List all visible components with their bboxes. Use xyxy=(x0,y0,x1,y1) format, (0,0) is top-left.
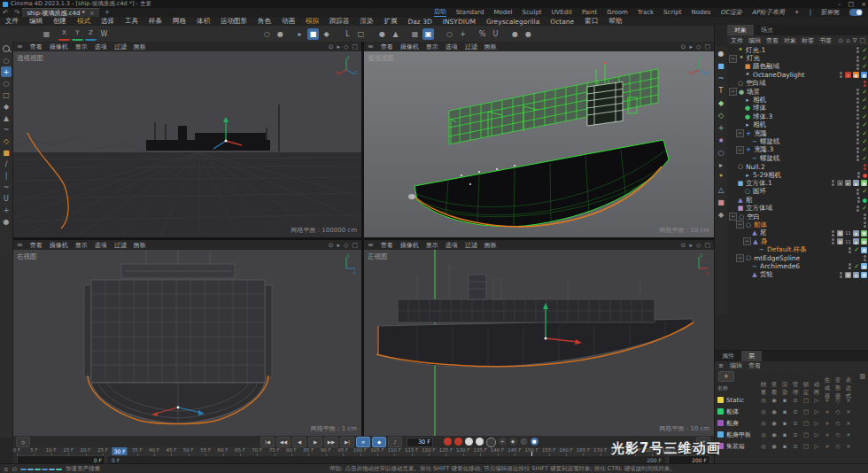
object-tag-icon[interactable]: ▦ xyxy=(837,238,843,244)
render-picture-viewer-button[interactable]: ■ xyxy=(307,28,319,40)
visibility-dots[interactable] xyxy=(840,72,842,78)
delete-layer-icon[interactable]: ▥ xyxy=(859,373,865,380)
null-object-icon[interactable]: ● xyxy=(716,48,726,58)
visibility-dots[interactable] xyxy=(856,64,859,70)
layer-row[interactable]: Static◎◉▪≡□▷+◇× xyxy=(715,394,868,406)
visibility-dots[interactable] xyxy=(856,147,859,153)
tree-row[interactable]: ▸5-29相机● xyxy=(727,171,868,179)
layer-toggle-渲染[interactable]: ▪ xyxy=(779,420,790,427)
tree-row[interactable]: −*灯光✓ xyxy=(727,54,868,62)
current-frame-field[interactable]: 30 F xyxy=(407,438,433,447)
menu-角色[interactable]: 角色 xyxy=(252,17,276,26)
layer-color-swatch[interactable] xyxy=(717,408,724,415)
visibility-dots[interactable] xyxy=(856,122,859,128)
vp-menu-查看[interactable]: 查看 xyxy=(30,241,43,250)
layer-toggle-查看[interactable]: ◉ xyxy=(769,420,779,427)
menu-文件[interactable]: 文件 xyxy=(0,17,24,26)
uv-peeler-tool[interactable]: ■ xyxy=(1,147,12,158)
layout-Script[interactable]: Script xyxy=(663,9,681,16)
goto-start-button[interactable]: |◀ xyxy=(260,437,275,447)
tree-row[interactable]: ▸相机✓ xyxy=(727,121,868,129)
layer-toggle-生成器[interactable]: + xyxy=(822,431,833,438)
magnet-tool[interactable]: U xyxy=(1,193,12,204)
render-check-icon[interactable]: ✓ xyxy=(862,188,867,195)
layer-toggle-变形器[interactable]: ◇ xyxy=(833,397,843,404)
layer-toggle-渲染[interactable]: ▪ xyxy=(779,408,790,415)
document-tab[interactable]: ship-玻璃质感.c4d * × xyxy=(22,8,99,18)
vp-menu-面板[interactable]: 面板 xyxy=(134,43,146,51)
move-tool[interactable]: + xyxy=(1,66,12,77)
vp-menu-面板[interactable]: 面板 xyxy=(134,241,146,250)
visibility-dots[interactable] xyxy=(856,113,859,120)
pin-icon[interactable]: ⊙ xyxy=(329,43,334,50)
material-icon[interactable]: ■ xyxy=(716,197,726,207)
render-check-icon[interactable]: ✓ xyxy=(862,47,867,54)
layer-toggle-查看[interactable]: ◉ xyxy=(769,408,779,415)
render-view-button[interactable]: ▸ xyxy=(294,28,306,40)
tree-row[interactable]: ■立方体.1×▸▲■ xyxy=(727,179,868,187)
layer-toggle-独显[interactable]: ◎ xyxy=(758,397,769,404)
visibility-dots[interactable] xyxy=(857,172,860,178)
visibility-dots[interactable] xyxy=(856,130,859,136)
paint-tool[interactable]: ● xyxy=(1,216,12,227)
layer-toggle-生成器[interactable]: + xyxy=(822,397,833,404)
om-menu-查看[interactable]: 查看 xyxy=(766,36,779,45)
layer-toggle-锁定[interactable]: □ xyxy=(801,408,811,415)
expand-icon[interactable]: − xyxy=(729,55,737,63)
om-tab-场次[interactable]: 场次 xyxy=(754,25,780,35)
layout-Groom[interactable]: Groom xyxy=(607,9,628,16)
layout-Standard[interactable]: Standard xyxy=(456,9,484,16)
text-object-icon[interactable]: T xyxy=(716,85,726,96)
camera-lock-icon[interactable]: ● xyxy=(376,28,388,40)
home-icon[interactable]: ⌂ xyxy=(846,37,849,44)
vp-menu-查看[interactable]: 查看 xyxy=(30,43,43,51)
layer-toggle-独显[interactable]: ◎ xyxy=(758,420,769,427)
add-layout-button[interactable]: + xyxy=(794,9,800,16)
viewport-menu-icon[interactable]: ≡ xyxy=(17,43,23,50)
tweak-tool[interactable]: ▲ xyxy=(1,112,12,123)
maximize-icon[interactable]: □ xyxy=(352,43,358,50)
poly-pen-tool[interactable]: ◇ xyxy=(1,136,12,146)
viewport-perspective-ship[interactable]: y x z ≡查看摄像机显示选项过滤面板⊙▸◇□透视视图网格平面 : 10 cm xyxy=(364,42,714,237)
render-check-icon[interactable]: ✓ xyxy=(862,130,867,137)
visibility-dots[interactable] xyxy=(849,263,851,269)
visibility-dots[interactable] xyxy=(849,247,851,253)
menu-网格[interactable]: 网格 xyxy=(167,17,191,26)
viewport-menu-icon[interactable]: ≡ xyxy=(368,241,374,249)
axis-z-lock[interactable]: Z xyxy=(85,27,97,41)
rotate-tool[interactable]: ○ xyxy=(1,78,12,89)
target-icon[interactable]: + xyxy=(457,28,469,40)
object-tag-icon[interactable]: ■ xyxy=(861,180,867,186)
visibility-dots[interactable] xyxy=(856,97,859,104)
expand-icon[interactable]: − xyxy=(729,213,737,221)
tree-row[interactable]: ~螺旋线✓ xyxy=(727,154,868,162)
visibility-dots[interactable] xyxy=(856,205,859,212)
tree-row[interactable]: *灯光.1✓ xyxy=(727,46,868,54)
render-settings-button[interactable]: ◆ xyxy=(321,28,332,40)
layer-toggle-动画[interactable]: ▷ xyxy=(811,431,822,438)
tree-row[interactable]: −○船体 xyxy=(727,221,868,229)
layer-toggle-动画[interactable]: ▷ xyxy=(811,420,822,427)
visibility-dots[interactable] xyxy=(832,238,834,244)
coord-system-toggle[interactable]: W xyxy=(98,28,110,40)
status-none-icon[interactable]: ∅ xyxy=(12,466,17,473)
tree-row[interactable]: ○圆环✓ xyxy=(727,188,868,196)
camera-swap-icon[interactable]: ▸ xyxy=(337,242,340,249)
axis-x-lock[interactable]: X xyxy=(58,27,70,41)
timeline-ruler[interactable]: 0 F5 F10 F15 F20 F25 F30 F35 F40 F45 F50… xyxy=(17,447,703,456)
vp-menu-面板[interactable]: 面板 xyxy=(484,241,497,250)
layer-toggle-表达式[interactable]: × xyxy=(843,408,854,415)
layer-toggle-管理[interactable]: ≡ xyxy=(790,408,801,415)
maximize-icon[interactable]: □ xyxy=(352,242,358,249)
menu-模拟[interactable]: 模拟 xyxy=(300,17,324,26)
tree-row[interactable]: −○mtEdgeSpline xyxy=(727,254,868,262)
prev-frame-button[interactable]: ◀ xyxy=(292,437,306,447)
settings-icon[interactable]: ◇ xyxy=(344,242,348,249)
circle-tool-icon[interactable]: ○ xyxy=(444,28,455,40)
layers-menu-查看[interactable]: 查看 xyxy=(748,361,761,370)
layer-toggle-锁定[interactable]: □ xyxy=(801,420,811,427)
view-lock-icon[interactable]: ▲ xyxy=(390,28,401,40)
tree-row[interactable]: ▲船● xyxy=(727,196,868,204)
cube-primitive-icon[interactable]: ■ xyxy=(716,60,726,71)
visibility-dots[interactable] xyxy=(864,164,866,170)
